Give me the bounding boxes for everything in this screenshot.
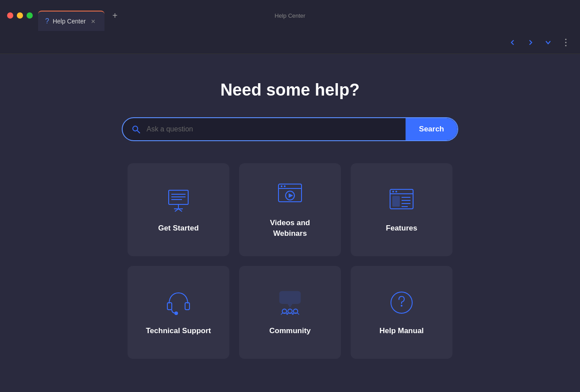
svg-rect-28	[167, 303, 172, 310]
svg-point-3	[133, 126, 138, 131]
question-icon: ?	[45, 17, 49, 25]
minimize-button[interactable]	[17, 12, 23, 19]
search-input[interactable]	[147, 125, 406, 133]
tab-bar: ? Help Center ✕ +	[38, 0, 122, 31]
tab-title: Help Center	[53, 18, 86, 25]
close-button[interactable]	[7, 12, 13, 19]
main-content: Need some help? Search	[0, 54, 580, 392]
headset-icon	[164, 288, 193, 317]
svg-point-30	[175, 312, 178, 315]
svg-rect-23	[393, 196, 399, 206]
svg-point-0	[565, 38, 567, 40]
card-label-get-started: Get Started	[158, 223, 199, 234]
video-icon	[276, 181, 304, 209]
card-technical-support[interactable]: Technical Support	[128, 266, 229, 359]
help-manual-icon	[387, 288, 416, 317]
features-icon	[387, 186, 416, 214]
svg-point-35	[401, 305, 402, 307]
card-label-features: Features	[386, 223, 418, 234]
svg-point-2	[565, 45, 567, 46]
community-icon	[276, 288, 304, 317]
card-features[interactable]: Features	[351, 163, 452, 256]
card-label-videos-webinars: Videos andWebinars	[270, 218, 310, 239]
svg-marker-18	[289, 193, 293, 198]
card-help-manual[interactable]: Help Manual	[351, 266, 452, 359]
search-button[interactable]: Search	[406, 118, 457, 140]
more-options-button[interactable]	[559, 35, 573, 50]
tab-close-icon[interactable]: ✕	[89, 17, 97, 25]
new-tab-button[interactable]: +	[108, 8, 122, 23]
search-container: Search	[122, 117, 458, 141]
forward-button[interactable]	[523, 35, 537, 50]
svg-point-22	[395, 191, 397, 192]
window-title: Help Center	[275, 12, 305, 19]
presentation-icon	[164, 186, 193, 214]
svg-point-1	[565, 42, 567, 43]
maximize-button[interactable]	[27, 12, 33, 19]
svg-line-4	[137, 131, 140, 133]
card-label-help-manual: Help Manual	[379, 326, 424, 336]
card-videos-webinars[interactable]: Videos andWebinars	[239, 163, 341, 256]
history-dropdown-button[interactable]	[541, 35, 555, 50]
svg-point-21	[392, 191, 394, 192]
page-heading: Need some help?	[220, 81, 360, 100]
help-center-tab[interactable]: ? Help Center ✕	[38, 11, 104, 31]
svg-point-15	[281, 185, 282, 187]
card-label-technical-support: Technical Support	[146, 326, 211, 336]
traffic-lights	[0, 12, 33, 19]
card-label-community: Community	[269, 326, 311, 336]
svg-point-16	[284, 185, 286, 187]
title-bar: ? Help Center ✕ + Help Center	[0, 0, 580, 31]
svg-rect-29	[185, 303, 189, 310]
search-icon	[123, 125, 147, 134]
card-community[interactable]: Community	[239, 266, 341, 359]
back-button[interactable]	[506, 35, 520, 50]
toolbar	[0, 31, 580, 54]
cards-grid: Get Started Videos andWeb	[128, 163, 452, 359]
card-get-started[interactable]: Get Started	[128, 163, 229, 256]
